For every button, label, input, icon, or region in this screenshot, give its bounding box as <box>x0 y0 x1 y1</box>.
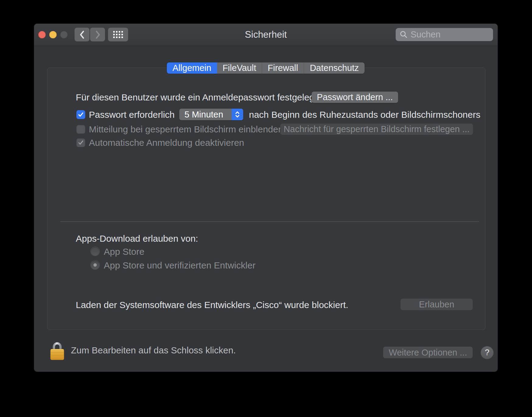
popup-arrows-cap <box>232 109 243 120</box>
require-password-suffix: nach Beginn des Ruhezustands oder Bildsc… <box>249 110 480 120</box>
disable-auto-login-checkbox <box>76 138 85 147</box>
title-bar: Sicherheit Suchen <box>34 24 498 46</box>
password-delay-popup[interactable]: 5 Minuten <box>179 109 243 120</box>
lock-button[interactable] <box>50 341 65 360</box>
popup-selected-value: 5 Minuten <box>179 110 232 120</box>
require-password-label: Passwort erforderlich <box>89 110 175 120</box>
tab-label: FileVault <box>222 63 256 73</box>
tab-firewall[interactable]: Firewall <box>262 62 304 74</box>
app-download-heading: Apps-Download erlauben von: <box>76 233 198 244</box>
tab-label: Firewall <box>268 63 298 73</box>
padlock-icon <box>50 341 65 360</box>
search-field[interactable]: Suchen <box>396 28 493 41</box>
blocked-software-text: Laden der Systemsoftware des Entwicklers… <box>76 300 348 310</box>
lock-message-label: Mitteilung bei gesperrtem Bildschirm ein… <box>89 124 283 135</box>
up-down-chevrons-icon <box>234 110 240 119</box>
radio-app-store-and-developers <box>91 261 100 269</box>
require-password-checkbox[interactable] <box>76 110 85 119</box>
disable-auto-login-label: Automatische Anmeldung deaktivieren <box>89 138 244 148</box>
lock-hint-text: Zum Bearbeiten auf das Schloss klicken. <box>71 345 236 356</box>
tab-datenschutz[interactable]: Datenschutz <box>304 62 365 74</box>
radio-app-store-label: App Store <box>104 247 144 257</box>
search-placeholder: Suchen <box>411 30 440 40</box>
checkmark-icon <box>78 112 84 117</box>
security-preferences-window: Sicherheit Suchen Allgemein FileVault Fi… <box>34 24 498 372</box>
help-button[interactable]: ? <box>481 346 493 359</box>
lock-message-checkbox <box>76 125 85 134</box>
tab-label: Datenschutz <box>310 63 359 73</box>
tab-filevault[interactable]: FileVault <box>217 62 262 74</box>
allow-button: Erlauben <box>401 299 473 310</box>
advanced-options-button: Weitere Optionen ... <box>383 347 473 358</box>
general-settings-panel: Für diesen Benutzer wurde ein Anmeldepas… <box>47 68 485 330</box>
radio-app-store <box>91 247 100 256</box>
tab-label: Allgemein <box>173 63 211 73</box>
checkmark-icon <box>78 140 84 145</box>
password-set-text: Für diesen Benutzer wurde ein Anmeldepas… <box>76 92 317 103</box>
tab-bar: Allgemein FileVault Firewall Datenschutz <box>167 62 365 74</box>
change-password-button[interactable]: Passwort ändern ... <box>312 92 398 103</box>
search-icon <box>400 30 408 39</box>
radio-app-store-and-developers-label: App Store und verifizierten Entwickler <box>104 260 256 271</box>
tab-allgemein[interactable]: Allgemein <box>167 62 217 74</box>
section-divider <box>61 221 479 222</box>
set-lock-message-button: Nachricht für gesperrten Bildschirm fest… <box>280 124 473 135</box>
